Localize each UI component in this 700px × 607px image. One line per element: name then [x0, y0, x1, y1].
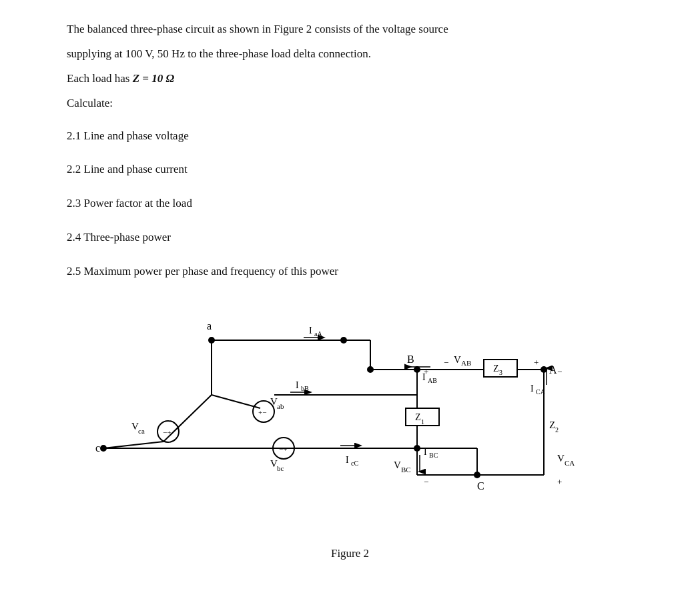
- section-2-3: 2.3 Power factor at the load: [67, 194, 633, 213]
- svg-text:BC: BC: [429, 452, 438, 459]
- figure-container: a −+ V ca +− V ab: [67, 308, 633, 564]
- svg-text:AB: AB: [461, 359, 471, 367]
- svg-text:aA: aA: [314, 330, 322, 338]
- label-iaA: I: [309, 326, 312, 336]
- figure-caption: Figure 2: [331, 544, 369, 564]
- section-2-5: 2.5 Maximum power per phase and frequenc…: [67, 262, 633, 281]
- svg-point-62: [414, 445, 420, 452]
- section-2-1: 2.1 Line and phase voltage: [67, 127, 633, 146]
- svg-text:bc: bc: [277, 464, 284, 472]
- label-ibB: I: [296, 380, 299, 390]
- svg-text:−+: −+: [279, 445, 287, 453]
- label-vAB: V: [454, 354, 461, 365]
- node-c-label: c: [95, 442, 100, 454]
- svg-text:ca: ca: [138, 427, 145, 435]
- svg-text:bB: bB: [301, 385, 309, 392]
- svg-text:CA: CA: [536, 388, 546, 396]
- svg-text:1: 1: [421, 418, 424, 426]
- node-a-label: a: [207, 320, 212, 332]
- section-2-4: 2.4 Three-phase power: [67, 228, 633, 247]
- svg-text:−: −: [424, 477, 428, 487]
- svg-text:+: +: [534, 358, 539, 368]
- intro-calculate: Calculate:: [67, 94, 633, 113]
- label-z1: Z: [415, 412, 421, 422]
- intro-paragraph: The balanced three-phase circuit as show…: [67, 20, 633, 113]
- label-z3: Z: [493, 364, 499, 374]
- svg-text:−: −: [444, 358, 448, 368]
- label-z2: Z: [549, 420, 555, 430]
- circuit-diagram: a −+ V ca +− V ab: [90, 308, 611, 535]
- intro-line3: Each load has Z = 10 Ω: [67, 69, 633, 89]
- svg-text:BC: BC: [401, 466, 411, 474]
- node-C-label: C: [477, 480, 484, 492]
- intro-line1: The balanced three-phase circuit as show…: [67, 20, 633, 39]
- intro-line2: supplying at 100 V, 50 Hz to the three-p…: [67, 45, 633, 64]
- svg-text:+−: +−: [258, 408, 266, 416]
- svg-text:−: −: [557, 367, 562, 377]
- label-vCA: V: [557, 453, 565, 464]
- label-iAB: I: [422, 372, 426, 382]
- label-vBC: V: [394, 460, 401, 470]
- svg-point-20: [340, 337, 347, 344]
- svg-text:cC: cC: [351, 460, 358, 467]
- svg-text:−+: −+: [163, 428, 171, 436]
- section-2-2: 2.2 Line and phase current: [67, 160, 633, 179]
- node-B-label: B: [407, 354, 414, 365]
- section-list: 2.1 Line and phase voltage 2.2 Line and …: [67, 127, 633, 281]
- svg-text:CA: CA: [565, 459, 575, 467]
- label-iCA: I: [531, 384, 534, 394]
- node-A-label: A: [549, 364, 557, 376]
- formula-z: Z = 10 Ω: [133, 72, 175, 85]
- label-icC: I: [346, 455, 349, 465]
- svg-text:2: 2: [555, 426, 559, 434]
- svg-text:AB: AB: [428, 377, 437, 384]
- svg-text:ab: ab: [277, 402, 284, 410]
- svg-text:+: +: [557, 477, 562, 487]
- svg-text:3: 3: [499, 369, 502, 376]
